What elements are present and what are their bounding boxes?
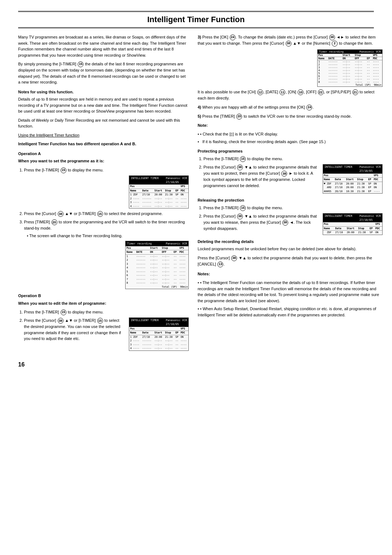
notes-label-bottom: Notes: bbox=[197, 271, 383, 277]
protecting-heading: Protecting programmes bbox=[197, 148, 383, 154]
op-b-heading: Operation B bbox=[18, 293, 189, 299]
protecting-step2: Press the [Cursor] 38 ▼▲ to select the p… bbox=[203, 164, 383, 194]
op-a-step3-bullets: • The screen will change to the Timer re… bbox=[24, 233, 189, 239]
i-timer-num-a2: 15 bbox=[97, 211, 103, 217]
note-list: • Check that the [▯] is lit on the VCR d… bbox=[197, 131, 383, 145]
cursor-release-2: 38 bbox=[237, 214, 243, 219]
notes-bottom-1: • The Intelligent Timer Function can mem… bbox=[197, 280, 383, 304]
notes-text: Details of up to 8 timer recordings are … bbox=[18, 96, 189, 114]
op-b-step2-text: Press the [Cursor] 38 ▲▼ or [I-TIMER] 15… bbox=[24, 317, 124, 342]
deleting-p1: Locked programmes must be unlocked befor… bbox=[197, 246, 383, 252]
cursor-release-2b: 38 bbox=[282, 220, 288, 226]
cursor-num-b2: 38 bbox=[58, 318, 64, 324]
i-timer-release-1: 15 bbox=[240, 205, 246, 211]
releasing-heading: Releasing the protection bbox=[197, 197, 383, 203]
op-b-step2: Press the [Cursor] 38 ▲▼ or [I-TIMER] 15… bbox=[24, 317, 189, 351]
two-ops-heading: Intelligent Timer Function has two diffe… bbox=[18, 141, 189, 147]
i-timer-num-b1: 15 bbox=[61, 309, 66, 315]
cancel-num: 13 bbox=[217, 262, 223, 267]
op-a-subheading: When you want to set the programme as it… bbox=[18, 158, 189, 164]
i-timer-num: 15 bbox=[78, 61, 83, 67]
releasing-step2: Press the [Cursor] 38 ▼▲ to select the p… bbox=[203, 213, 383, 235]
i-timer-num-a1: 15 bbox=[61, 167, 66, 173]
right-step3-note: It is also possible to use the [CH] 12, … bbox=[197, 89, 383, 101]
bottom-notes: Notes: • The Intelligent Timer Function … bbox=[197, 271, 383, 318]
note-label: Note: bbox=[197, 122, 383, 129]
protecting-steps: Press the [I-TIMER] 15 to display the me… bbox=[197, 156, 383, 194]
protecting-step2-text: Press the [Cursor] 38 ▼▲ to select the p… bbox=[203, 164, 318, 189]
screen-protect: INTELLIGENT TIMER Panasonic VCR27/10/05 … bbox=[323, 164, 383, 194]
notes-list-bottom: • The Intelligent Timer Function can mem… bbox=[197, 280, 383, 318]
releasing-step1: Press the [I-TIMER] 15 to display the me… bbox=[203, 205, 383, 211]
page-title: Intelligent Timer Function bbox=[18, 11, 374, 28]
intro-p2: By simply pressing the [I-TIMER] 15 the … bbox=[18, 61, 189, 85]
notes-text2: Details of Weekly or Daily Timer Recordi… bbox=[18, 117, 189, 129]
screen-timer-recording-right-top: Timer recording Panasonic VCR PosStartSt… bbox=[197, 49, 383, 87]
i-timer-protect-1: 15 bbox=[240, 156, 246, 162]
intro-p1: Many TV programmes are broadcast as a se… bbox=[18, 34, 189, 58]
cursor-delete: 38 bbox=[231, 255, 237, 261]
notes-heading: Notes for using this function. bbox=[18, 89, 189, 95]
timer-num-a3: 20 bbox=[52, 219, 57, 225]
op-a-step3-bullet1: • The screen will change to the Timer re… bbox=[27, 233, 189, 239]
cursor-protect-2b: 38 bbox=[281, 171, 287, 177]
splpep-num: 21 bbox=[352, 89, 358, 95]
right-step3: 3) Press the [OK] 24. To change the deta… bbox=[197, 34, 383, 46]
op-a-heading: Operation A bbox=[18, 151, 189, 157]
note-item-1: • Check that the [▯] is lit on the VCR d… bbox=[197, 131, 383, 137]
ok-num-r3: 24 bbox=[230, 35, 236, 40]
page-number: 16 bbox=[18, 360, 374, 369]
op-b-subheading: When you want to edit the item of progra… bbox=[18, 300, 189, 307]
numeric-num-r3: 2 bbox=[332, 41, 338, 46]
underline-link: Using the Intelligent Timer function bbox=[18, 132, 189, 138]
op-a-step3: Press [TIMER] 20 to store the programmin… bbox=[24, 219, 189, 289]
screen-intelligent-timer-2: INTELLIGENT TIMER Panasonic VCR27/10/05 … bbox=[129, 317, 189, 351]
right-column: 3) Press the [OK] 24. To change the deta… bbox=[197, 34, 383, 353]
screen-intelligent-timer-1: INTELLIGENT TIMER Panasonic VCR27/10/05 … bbox=[24, 175, 189, 209]
deleting-p2: Press the [Cursor] 38 ▼▲ to select the p… bbox=[197, 255, 383, 267]
op-b-steps: Press the [I-TIMER] 15 to display the me… bbox=[18, 309, 189, 351]
right-step5: 5) Press the [TIMER] 20 to switch the VC… bbox=[197, 113, 383, 119]
off-num: 22 bbox=[318, 89, 324, 95]
releasing-steps: Press the [I-TIMER] 15 to display the me… bbox=[197, 205, 383, 235]
on-num: 10 bbox=[298, 89, 303, 95]
ch-num: 12 bbox=[257, 89, 263, 95]
cursor-protect-2: 38 bbox=[237, 165, 243, 170]
cursor-num-r3: 38 bbox=[329, 35, 335, 40]
op-a-step1: Press the [I-TIMER] 15 to display the me… bbox=[24, 167, 189, 209]
right-step4: 4) When you are happy with all of the se… bbox=[197, 104, 383, 110]
screen-timer-recording-1: Timer recording Panasonic VCR PosStartSt… bbox=[24, 241, 189, 289]
screen-release: INTELLIGENT TIMER Panasonic VCR27/10/05 … bbox=[323, 213, 383, 235]
cursor-num-r3b: 38 bbox=[286, 41, 291, 46]
protecting-step1: Press the [I-TIMER] 15 to display the me… bbox=[203, 156, 383, 162]
note-item-2: If it is flashing, check the timer recor… bbox=[197, 139, 383, 145]
timer-num-r5: 20 bbox=[236, 114, 242, 119]
deleting-heading: Deleting the recording details bbox=[197, 239, 383, 245]
ok-num-r4: 24 bbox=[306, 105, 312, 110]
op-b-step1: Press the [I-TIMER] 15 to display the me… bbox=[24, 309, 189, 315]
date-num: 11 bbox=[279, 89, 285, 95]
right-note: Note: • Check that the [▯] is lit on the… bbox=[197, 122, 383, 145]
notes-bottom-2: • When Auto Setup Restart, Download Rest… bbox=[197, 306, 383, 318]
releasing-step2-text: Press the [Cursor] 38 ▼▲ to select the p… bbox=[203, 213, 318, 232]
cursor-num-a2: 38 bbox=[58, 211, 64, 217]
op-a-steps: Press the [I-TIMER] 15 to display the me… bbox=[18, 167, 189, 289]
op-a-step2: Press the [Cursor] 38 ▲▼ or [I-TIMER] 15… bbox=[24, 211, 189, 217]
left-column: Many TV programmes are broadcast as a se… bbox=[18, 34, 189, 353]
i-timer-num-b2: 15 bbox=[97, 318, 103, 324]
